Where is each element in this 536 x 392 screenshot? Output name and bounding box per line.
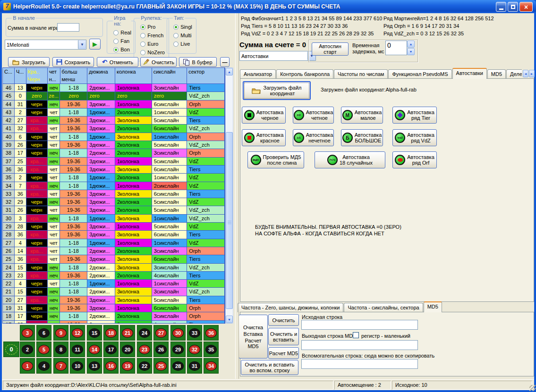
- lowercase-checkbox[interactable]: [353, 332, 359, 338]
- table-row[interactable]: 2614кра...чет1-182дюжи...2колонка3сиксла…: [3, 247, 225, 255]
- autobet-button-vdz[interactable]: VdZАвтоставкаряд VdZ: [392, 129, 437, 146]
- tab-scroll-left-icon[interactable]: ◄: [523, 70, 528, 77]
- board-cell-22[interactable]: 22: [137, 358, 152, 374]
- tab-md5[interactable]: MD5: [487, 69, 506, 79]
- scroll-up-icon[interactable]: ▲: [226, 68, 233, 75]
- tab-функционал-psevdoms[interactable]: Функционал PsevdoMS: [388, 69, 451, 79]
- radio-option-real[interactable]: Real: [113, 30, 131, 35]
- source-string-input[interactable]: [301, 320, 418, 330]
- load-coordinates-button[interactable]: Загрузить файлкоординат: [243, 81, 311, 100]
- bottom-tab-частота-сикслайны-сектора[interactable]: Частота - сикслайны, сектора: [344, 303, 423, 312]
- md5-clear-button[interactable]: Очистить: [268, 314, 299, 326]
- table-row[interactable]: 432чернчет1-181дюжи...2колонка1сикслайнV…: [3, 108, 225, 117]
- radio-option-nozero[interactable]: NoZero: [140, 50, 165, 55]
- table-row[interactable]: 4613черннеч1-182дюжи...1колонка3сикслайн…: [3, 84, 225, 92]
- collapse-button[interactable]: —: [220, 57, 230, 67]
- radio-option-live[interactable]: Live: [173, 41, 192, 47]
- output-string-input[interactable]: [301, 340, 418, 350]
- tab-контроль-банкролла[interactable]: Контроль банкролла: [276, 69, 333, 79]
- autobet-button-small[interactable]: МАвтоставкамалое: [341, 107, 383, 124]
- board-cell-26[interactable]: 26: [153, 342, 169, 357]
- delay-spin-down[interactable]: ▼: [407, 48, 415, 55]
- table-row[interactable]: 3229черннеч19-363дюжи...2колонка5сикслай…: [3, 198, 225, 206]
- table-row[interactable]: 2928чернчет19-363дюжи...1колонка5сикслай…: [3, 223, 225, 231]
- md5-clear-paste-button[interactable]: Очистить ивставить: [268, 328, 299, 345]
- bottom-tab-частота-zero-шансы-дюжины-колонки[interactable]: Частота - Zero, шансы, дюжины, колонки: [238, 303, 343, 312]
- table-row[interactable]: 3636кра...чет19-363дюжи...3колонка6сиксл…: [3, 166, 225, 174]
- table-row[interactable]: 2323кра...неч19-362дюжи...2колонка4сиксл…: [3, 272, 225, 280]
- board-cell-19[interactable]: 19: [120, 358, 135, 374]
- table-row[interactable]: 2415черннеч1-182дюжи...3колонка3сикслайн…: [3, 264, 225, 272]
- clear-paste-aux-button[interactable]: Очистить и вставитьво вспом. строку: [241, 360, 298, 375]
- radio-option-euro[interactable]: Euro: [140, 41, 165, 47]
- radio-icon[interactable]: [113, 47, 119, 52]
- undo-button[interactable]: ↶ Отменить: [97, 57, 138, 67]
- table-row[interactable]: 2027кра...неч19-363дюжи...3колонка5сиксл…: [3, 296, 225, 304]
- radio-option-french[interactable]: French: [140, 33, 165, 38]
- tab-делени[interactable]: Делени: [506, 69, 522, 79]
- aux-string-input[interactable]: [301, 359, 418, 369]
- table-row[interactable]: 4227кра...неч19-363дюжи...3колонка5сиксл…: [3, 117, 225, 125]
- table-row[interactable]: 224чернчет1-181дюжи...1колонка1сикслайнV…: [3, 280, 225, 288]
- table-row[interactable]: 3126чернчет19-363дюжи...2колонка5сикслай…: [3, 206, 225, 214]
- board-cell-34[interactable]: 34: [204, 358, 219, 374]
- scroll-down-icon[interactable]: ▼: [226, 316, 233, 323]
- table-row[interactable]: 303кра...неч1-181дюжи...3колонка1сикслай…: [3, 215, 225, 223]
- board-cell-1[interactable]: 1: [20, 358, 35, 374]
- table-row[interactable]: 1733кра...неч19-363дюжи...3колонка4сиксл…: [3, 321, 225, 324]
- board-cell-18[interactable]: 18: [103, 325, 119, 341]
- board-cell-36[interactable]: 36: [204, 325, 219, 341]
- autobet-button-tier[interactable]: Автоставкаряд Tier: [392, 107, 437, 124]
- md5-calc-button[interactable]: Расчет MD5: [268, 347, 299, 359]
- radio-icon[interactable]: [140, 50, 145, 55]
- table-row[interactable]: 4132кра...чет19-363дюжи...2колонка6сиксл…: [3, 125, 225, 133]
- autobet-button-red-square[interactable]: Автоставкакрасное: [242, 129, 286, 146]
- board-cell-31[interactable]: 31: [187, 358, 202, 374]
- table-row[interactable]: 1931черннеч19-363дюжи...1колонка6сикслай…: [3, 304, 225, 312]
- delay-value-field[interactable]: 0: [385, 41, 407, 55]
- load-button[interactable]: Загрузить: [8, 57, 50, 67]
- radio-icon[interactable]: [113, 30, 119, 35]
- radio-option-bon[interactable]: Bon: [113, 47, 131, 52]
- minimize-button[interactable]: [496, 2, 506, 12]
- board-cell-33[interactable]: 33: [187, 325, 202, 341]
- radio-icon[interactable]: [173, 42, 179, 47]
- table-row[interactable]: 2536кра...чет19-363дюжи...3колонка6сиксл…: [3, 255, 225, 263]
- autobet-button-md5[interactable]: МД5Проверить МД5после спина: [247, 151, 304, 168]
- tab-автоставки[interactable]: Автоставки: [452, 68, 487, 79]
- table-row[interactable]: 3817черннеч1-182дюжи...2колонка3сикслайн…: [3, 149, 225, 157]
- board-cell-27[interactable]: 27: [153, 325, 169, 341]
- board-cell-11[interactable]: 11: [70, 342, 85, 357]
- radio-option-singl[interactable]: Singl: [173, 24, 192, 30]
- autobet-button-black-square[interactable]: Автоставкачерное: [242, 107, 286, 124]
- board-cell-25[interactable]: 25: [153, 358, 169, 374]
- panel-splitter[interactable]: [235, 13, 239, 379]
- radio-icon[interactable]: [113, 39, 119, 44]
- table-row[interactable]: 347кра...неч1-181дюжи...1колонка2сикслай…: [3, 182, 225, 190]
- table-row[interactable]: 1817черннеч1-182дюжи...2колонка3сикслайн…: [3, 312, 225, 320]
- board-cell-0[interactable]: 0: [3, 342, 19, 357]
- clear-paste-calc-button[interactable]: Очистка Вставка Расчет MD5: [238, 315, 268, 359]
- table-row[interactable]: 352чернчет1-181дюжи...2колонка1сикслайнV…: [3, 174, 225, 182]
- table-row[interactable]: 3336кра...чет19-363дюжи...3колонка6сиксл…: [3, 190, 225, 198]
- board-cell-4[interactable]: 4: [36, 358, 51, 374]
- board-cell-15[interactable]: 15: [87, 325, 102, 341]
- board-cell-7[interactable]: 7: [53, 358, 68, 374]
- board-cell-10[interactable]: 10: [70, 358, 85, 374]
- table-row[interactable]: 406чернчет1-181дюжи...3колонка1сикслайнO…: [3, 133, 225, 141]
- board-cell-23[interactable]: 23: [137, 342, 152, 357]
- radio-icon[interactable]: [140, 25, 145, 30]
- board-cell-30[interactable]: 30: [170, 325, 186, 341]
- chevron-down-icon[interactable]: ▼: [78, 40, 86, 49]
- board-cell-20[interactable]: 20: [120, 342, 135, 357]
- board-cell-9[interactable]: 9: [53, 325, 68, 341]
- board-cell-24[interactable]: 24: [137, 325, 152, 341]
- radio-icon[interactable]: [173, 33, 179, 38]
- table-scrollbar[interactable]: ▲ ▼: [225, 67, 233, 324]
- board-cell-32[interactable]: 32: [187, 342, 202, 357]
- board-cell-21[interactable]: 21: [120, 325, 135, 341]
- board-cell-8[interactable]: 8: [53, 342, 68, 357]
- radio-icon[interactable]: [140, 33, 145, 38]
- autobets-combo[interactable]: Автоставки ▼: [239, 51, 316, 61]
- board-cell-28[interactable]: 28: [170, 358, 186, 374]
